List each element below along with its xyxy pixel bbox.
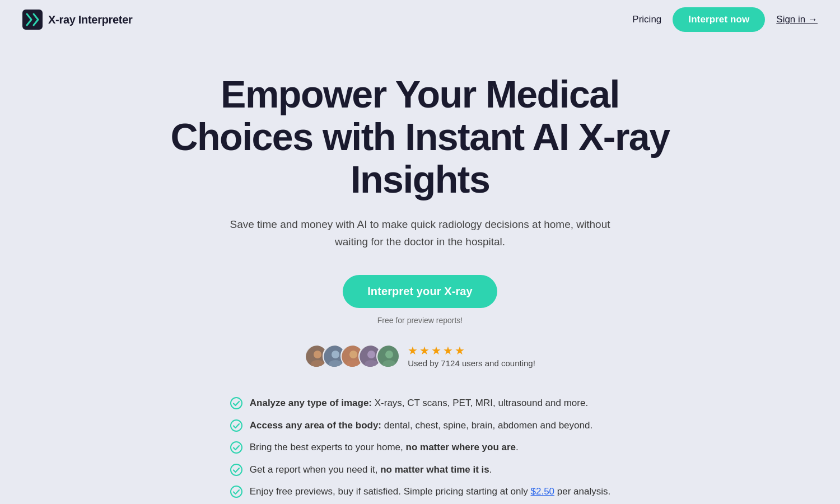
svg-point-20 xyxy=(231,486,242,497)
nav-right: Pricing Interpret now Sign in → xyxy=(632,7,818,32)
svg-point-16 xyxy=(231,398,242,409)
hero-section: Empower Your Medical Choices with Instan… xyxy=(0,39,840,504)
svg-point-19 xyxy=(231,464,242,475)
star-2: ★ xyxy=(419,344,430,357)
navbar: X-ray Interpreter Pricing Interpret now … xyxy=(0,0,840,39)
logo-text: X-ray Interpreter xyxy=(48,13,133,26)
feature-item: Analyze any type of image: X-rays, CT sc… xyxy=(230,396,610,410)
social-proof: ★ ★ ★ ★ ★ Used by 7124 users and countin… xyxy=(305,344,535,368)
feature-item: Bring the best experts to your home, no … xyxy=(230,440,610,455)
features-list: Analyze any type of image: X-rays, CT sc… xyxy=(230,396,610,499)
svg-point-5 xyxy=(332,351,339,358)
svg-point-17 xyxy=(231,420,242,431)
pricing-link-inline[interactable]: $2.50 xyxy=(531,486,555,497)
free-preview-label: Free for preview reports! xyxy=(377,316,463,325)
check-icon xyxy=(230,396,243,410)
feature-bold: Access any area of the body: xyxy=(250,420,381,431)
check-icon xyxy=(230,441,243,454)
check-icon xyxy=(230,485,243,498)
signin-link[interactable]: Sign in → xyxy=(776,14,818,25)
star-rating: ★ ★ ★ ★ ★ xyxy=(408,344,465,357)
star-4: ★ xyxy=(443,344,453,357)
logo-link[interactable]: X-ray Interpreter xyxy=(22,10,133,30)
svg-point-18 xyxy=(231,442,242,453)
star-5: ★ xyxy=(455,344,465,357)
feature-item: Enjoy free previews, buy if satisfied. S… xyxy=(230,484,610,499)
star-1: ★ xyxy=(408,344,418,357)
logo-icon xyxy=(22,10,43,30)
star-3: ★ xyxy=(431,344,441,357)
feature-text: Get a report when you need it, no matter… xyxy=(250,463,492,477)
interpret-xray-button[interactable]: Interpret your X-ray xyxy=(343,275,497,308)
feature-bold: no matter what time it is xyxy=(380,464,489,475)
interpret-now-button[interactable]: Interpret now xyxy=(673,7,765,32)
feature-bold: Analyze any type of image: xyxy=(250,398,372,408)
feature-item: Get a report when you need it, no matter… xyxy=(230,463,610,477)
used-by-label: Used by 7124 users and counting! xyxy=(408,358,535,368)
svg-point-14 xyxy=(385,351,393,358)
feature-text: Bring the best experts to your home, no … xyxy=(250,440,519,455)
feature-text: Enjoy free previews, buy if satisfied. S… xyxy=(250,484,610,499)
check-icon xyxy=(230,419,243,432)
feature-item: Access any area of the body: dental, che… xyxy=(230,418,610,433)
hero-title: Empower Your Medical Choices with Instan… xyxy=(168,73,672,200)
pricing-link[interactable]: Pricing xyxy=(632,14,661,25)
stars-count: ★ ★ ★ ★ ★ Used by 7124 users and countin… xyxy=(408,344,535,368)
feature-text: Access any area of the body: dental, che… xyxy=(250,418,592,433)
avatar-group xyxy=(305,344,400,368)
check-icon xyxy=(230,463,243,477)
svg-rect-0 xyxy=(22,10,43,30)
hero-subtitle: Save time and money with AI to make quic… xyxy=(218,216,622,250)
avatar xyxy=(376,344,400,368)
feature-bold: no matter where you are xyxy=(406,442,516,452)
svg-point-11 xyxy=(367,351,375,358)
svg-point-2 xyxy=(314,351,321,358)
feature-text: Analyze any type of image: X-rays, CT sc… xyxy=(250,396,588,410)
svg-point-8 xyxy=(349,351,357,358)
